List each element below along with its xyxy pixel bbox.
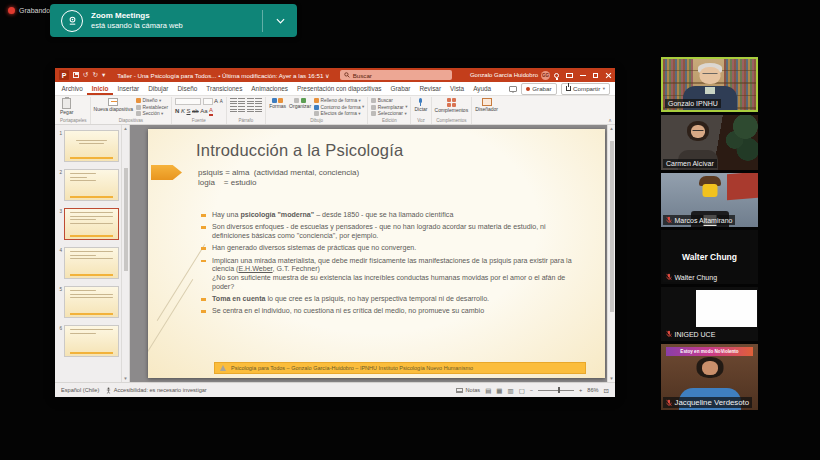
addins-button[interactable]: Complementos bbox=[435, 98, 469, 113]
slide-thumbnail-3-selected[interactable] bbox=[64, 208, 119, 240]
thumbnail-scrollbar[interactable]: ▲ ▼ bbox=[121, 125, 129, 382]
notes-button[interactable]: Notas bbox=[456, 387, 480, 393]
tab-animaciones[interactable]: Animaciones bbox=[247, 82, 293, 95]
justify-icon[interactable] bbox=[255, 106, 262, 112]
current-slide[interactable]: Introducción a la Psicología psiquis = a… bbox=[148, 129, 605, 378]
language-indicator[interactable]: Español (Chile) bbox=[61, 387, 99, 393]
bullets-icon[interactable] bbox=[230, 98, 237, 104]
strikethrough-button[interactable]: ab bbox=[192, 108, 199, 115]
scrollbar-thumb[interactable] bbox=[124, 168, 128, 271]
share-button[interactable]: Compartir ▾ bbox=[561, 83, 610, 95]
tab-diseno[interactable]: Diseño bbox=[173, 82, 202, 95]
record-button[interactable]: Grabar bbox=[521, 83, 557, 95]
tab-inicio[interactable]: Inicio bbox=[87, 82, 113, 95]
numbering-icon[interactable] bbox=[238, 98, 245, 104]
scrollbar-thumb[interactable] bbox=[610, 141, 614, 313]
shapes-button[interactable]: Formas bbox=[269, 98, 286, 109]
search-box[interactable]: Buscar bbox=[340, 70, 452, 80]
designer-button[interactable]: Diseñador bbox=[475, 98, 498, 112]
tab-dibujar[interactable]: Dibujar bbox=[144, 82, 173, 95]
video-tile-jacqueline[interactable]: Estoy en modo NoViolento Jacqueline Verd… bbox=[661, 344, 758, 410]
paste-button[interactable]: Pegar bbox=[60, 98, 73, 115]
slide-subtitle[interactable]: psiquis = alma (actividad mental, concie… bbox=[198, 168, 359, 187]
tab-revisar[interactable]: Revisar bbox=[415, 82, 446, 95]
shape-fill-button[interactable]: Relleno de forma▾ bbox=[314, 98, 364, 103]
weber-link[interactable]: E.H.Weber bbox=[238, 265, 272, 273]
arrange-button[interactable]: Organizar bbox=[289, 98, 311, 109]
tab-grabar[interactable]: Grabar bbox=[386, 82, 415, 95]
italic-button[interactable]: K bbox=[181, 108, 185, 115]
document-title[interactable]: Taller - Una Psicología para Todos... • … bbox=[117, 72, 329, 79]
tab-archivo[interactable]: Archivo bbox=[57, 82, 87, 95]
align-right-icon[interactable] bbox=[247, 106, 254, 112]
qa-caret-icon[interactable]: ▾ bbox=[102, 71, 105, 79]
redo-icon[interactable]: ↻ bbox=[92, 71, 97, 79]
change-case-button[interactable]: Aa bbox=[200, 108, 207, 115]
close-button[interactable] bbox=[602, 68, 615, 82]
indent-increase-icon[interactable] bbox=[255, 98, 262, 104]
shrink-font-button[interactable]: A bbox=[220, 98, 223, 105]
slide-thumbnail-5[interactable] bbox=[64, 286, 119, 318]
align-left-icon[interactable] bbox=[230, 106, 237, 112]
tab-transiciones[interactable]: Transiciones bbox=[202, 82, 247, 95]
video-tile-iniged[interactable]: INIGED UCE bbox=[661, 287, 758, 341]
slide-bullet-list[interactable]: Hay una psicología "moderna" – desde 185… bbox=[212, 211, 573, 320]
collapse-ribbon-button[interactable]: ∧ bbox=[608, 117, 612, 123]
tell-me-button[interactable] bbox=[550, 68, 563, 82]
account-avatar[interactable]: GG bbox=[541, 71, 550, 80]
section-button[interactable]: Sección▾ bbox=[136, 111, 168, 116]
zoom-out-button[interactable]: − bbox=[530, 387, 533, 393]
scroll-down-icon[interactable]: ▼ bbox=[123, 376, 127, 381]
fit-to-window-button[interactable]: ⊡ bbox=[604, 387, 609, 394]
account-area[interactable]: Gonzalo García Huidobro GG bbox=[470, 71, 550, 80]
slide-thumbnail-1[interactable] bbox=[64, 130, 119, 162]
layout-button[interactable]: Diseño▾ bbox=[136, 98, 168, 103]
slide-thumbnail-6[interactable] bbox=[64, 325, 119, 357]
font-name-box[interactable] bbox=[175, 98, 201, 105]
reset-button[interactable]: Restablecer bbox=[136, 105, 168, 110]
slide-sorter-view-button[interactable]: ▦ bbox=[496, 387, 502, 394]
tab-insertar[interactable]: Insertar bbox=[113, 82, 144, 95]
underline-button[interactable]: S bbox=[186, 108, 190, 115]
zoom-percentage[interactable]: 86% bbox=[587, 387, 598, 393]
slide-area-scrollbar[interactable]: ▲ ▼ bbox=[607, 125, 615, 382]
grow-font-button[interactable]: A bbox=[214, 98, 218, 105]
video-tile-gonzalo[interactable]: Gonzalo IPNHU bbox=[661, 57, 758, 112]
indent-decrease-icon[interactable] bbox=[247, 98, 254, 104]
dictate-button[interactable]: Dictar bbox=[414, 98, 427, 112]
minimize-button[interactable] bbox=[576, 68, 589, 82]
shape-outline-button[interactable]: Contorno de forma▾ bbox=[314, 105, 364, 110]
font-color-button[interactable]: A bbox=[209, 107, 213, 116]
zoom-in-button[interactable]: + bbox=[579, 387, 582, 393]
slideshow-view-button[interactable]: ▢ bbox=[519, 387, 525, 394]
replace-button[interactable]: Reemplazar▾ bbox=[371, 105, 407, 110]
video-tile-marcos[interactable]: Marcos Altamirano bbox=[661, 173, 758, 227]
slide-thumbnail-4[interactable] bbox=[64, 247, 119, 279]
font-size-box[interactable] bbox=[203, 98, 213, 105]
restore-button[interactable] bbox=[589, 68, 602, 82]
reading-view-button[interactable]: ▥ bbox=[507, 387, 513, 394]
slide-thumbnail-2[interactable] bbox=[64, 169, 119, 201]
accessibility-checker[interactable]: Accesibilidad: es necesario investigar bbox=[106, 387, 206, 394]
tab-ayuda[interactable]: Ayuda bbox=[469, 82, 496, 95]
normal-view-button[interactable]: ▤ bbox=[485, 387, 491, 394]
scroll-down-icon[interactable]: ▼ bbox=[609, 376, 613, 381]
zoom-slider-thumb[interactable] bbox=[558, 387, 561, 393]
save-icon[interactable] bbox=[73, 72, 79, 78]
video-tile-walter[interactable]: Walter Chung INIGED UCE Walter Chung bbox=[661, 230, 758, 284]
find-button[interactable]: Buscar bbox=[371, 98, 407, 103]
select-button[interactable]: Seleccionar▾ bbox=[371, 111, 407, 116]
notification-expand-button[interactable] bbox=[263, 18, 297, 24]
ribbon-display-button[interactable] bbox=[563, 68, 576, 82]
tab-vista[interactable]: Vista bbox=[446, 82, 469, 95]
zoom-slider[interactable] bbox=[538, 390, 574, 391]
bold-button[interactable]: N bbox=[175, 108, 179, 115]
video-tile-carmen[interactable]: Carmen Alcívar bbox=[661, 115, 758, 170]
shape-effects-button[interactable]: Efectos de forma▾ bbox=[314, 111, 364, 116]
comments-icon[interactable] bbox=[509, 86, 517, 92]
align-center-icon[interactable] bbox=[238, 106, 245, 112]
undo-icon[interactable]: ↺ bbox=[83, 71, 88, 79]
camera-notification[interactable]: Zoom Meetings está usando la cámara web bbox=[50, 4, 297, 37]
slide-title[interactable]: Introducción a la Psicología bbox=[196, 141, 403, 160]
tab-presentacion[interactable]: Presentación con diapositivas bbox=[292, 82, 386, 95]
